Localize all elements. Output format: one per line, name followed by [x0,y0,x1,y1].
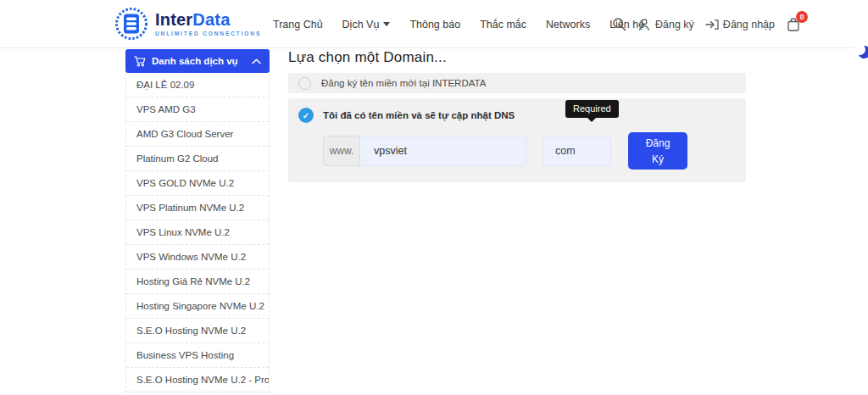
option-own-domain-toggle[interactable]: Tôi đã có tên miền và sẽ tự cập nhật DNS [298,108,736,123]
search-icon[interactable] [612,17,626,31]
nav-item-faq[interactable]: Thắc mắc [480,19,526,31]
sidebar-item-seo-hosting[interactable]: S.E.O Hosting NVMe U.2 [126,319,269,343]
logo-globe-icon [114,7,148,41]
sidebar-title: Danh sách dịch vụ [152,56,238,66]
sidebar-item-hosting-singapore[interactable]: Hosting Singapore NVMe U.2 [126,294,269,319]
main-nav: Trang Chủ Dịch Vụ Thông báo Thắc mắc Net… [273,0,644,48]
sidebar-item-seo-hosting-promo[interactable]: S.E.O Hosting NVMe U.2 - Promo [126,368,269,392]
domain-form: www. Đăng Ký [323,132,736,170]
cart-badge: 0 [796,11,808,23]
domain-name-input[interactable] [360,136,526,166]
nav-item-networks-label: Networks [546,19,590,31]
logo-text: InterData UNLIMITED CONNECTIONS [155,11,261,36]
nav-item-home[interactable]: Trang Chủ [273,19,323,31]
sidebar-item-dai-le[interactable]: ĐẠI LỄ 02.09 [126,73,269,97]
sidebar-item-amd-g3-cloud-server[interactable]: AMD G3 Cloud Server [126,122,269,147]
dark-mode-moon-icon[interactable] [858,46,868,58]
login-link[interactable]: Đăng nhập [705,18,775,31]
nav-item-services-label: Dịch Vụ [342,19,380,31]
sidebar-list: ĐẠI LỄ 02.09 VPS AMD G3 AMD G3 Cloud Ser… [125,73,270,392]
login-arrow-icon [705,18,719,31]
user-icon [637,18,651,31]
option-register-new-domain-label: Đăng ký tên miền mới tại INTERDATA [321,78,486,88]
top-header: InterData UNLIMITED CONNECTIONS Trang Ch… [0,0,868,48]
logo-brand-part2: Data [192,10,230,29]
sidebar-header[interactable]: Danh sách dịch vụ [125,49,270,73]
sidebar-item-vps-linux-nvme[interactable]: VPS Linux NVMe U.2 [126,220,269,245]
header-actions: Đăng ký Đăng nhập 0 [612,0,801,48]
sidebar-item-hosting-gia-re[interactable]: Hosting Giá Rẻ NVMe U.2 [126,270,269,294]
nav-item-announcements[interactable]: Thông báo [409,19,460,31]
sidebar-item-vps-amd-g3[interactable]: VPS AMD G3 [126,97,269,122]
option-own-domain-label: Tôi đã có tên miền và sẽ tự cập nhật DNS [323,110,515,120]
chevron-down-icon [383,22,390,26]
required-tooltip: Required [565,100,619,118]
register-label: Đăng ký [655,19,694,31]
domain-tld-input[interactable] [542,136,611,166]
nav-item-networks[interactable]: Networks [546,19,590,31]
logo-brand-part1: Inter [155,10,192,29]
nav-item-faq-label: Thắc mắc [480,19,526,31]
radio-unchecked-icon[interactable] [298,77,311,90]
sidebar-item-vps-windows-nvme[interactable]: VPS Windows NVMe U.2 [126,245,269,270]
sidebar-item-business-vps[interactable]: Business VPS Hosting [126,343,269,368]
nav-item-services[interactable]: Dịch Vụ [342,19,391,31]
nav-item-announcements-label: Thông báo [409,19,460,31]
register-domain-button[interactable]: Đăng Ký [628,132,687,170]
login-label: Đăng nhập [723,19,775,31]
cart-button[interactable]: 0 [786,17,801,32]
chevron-up-icon [252,58,261,64]
sidebar-item-platinum-g2-cloud[interactable]: Platinum G2 Cloud [126,147,269,171]
option-own-domain: Tôi đã có tên miền và sẽ tự cập nhật DNS… [288,98,746,182]
services-sidebar: Danh sách dịch vụ ĐẠI LỄ 02.09 VPS AMD G… [125,49,270,392]
sidebar-item-vps-gold-nvme[interactable]: VPS GOLD NVMe U.2 [126,171,269,196]
nav-item-home-label: Trang Chủ [273,19,323,31]
logo-tagline: UNLIMITED CONNECTIONS [155,31,261,36]
domain-selection-panel: Lựa chọn một Domain... Đăng ký tên miền … [288,49,746,182]
www-prefix: www. [323,136,360,166]
cart-icon [134,56,146,67]
check-circle-icon[interactable] [298,108,314,123]
logo[interactable]: InterData UNLIMITED CONNECTIONS [114,7,261,41]
page-title: Lựa chọn một Domain... [288,49,746,66]
register-link[interactable]: Đăng ký [637,18,694,31]
sidebar-item-vps-platinum-nvme[interactable]: VPS Platinum NVMe U.2 [126,196,269,220]
option-register-new-domain[interactable]: Đăng ký tên miền mới tại INTERDATA [288,73,746,93]
